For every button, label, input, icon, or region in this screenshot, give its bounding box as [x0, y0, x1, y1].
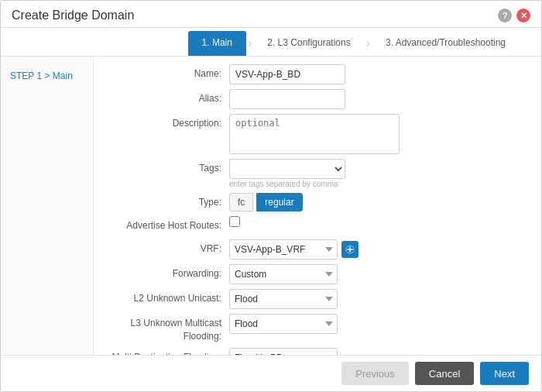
step-sep-2: ›: [366, 36, 370, 50]
advertise-checkbox[interactable]: [229, 216, 240, 227]
step-1-tab[interactable]: 1. Main: [188, 31, 246, 56]
alias-row: Alias:: [101, 89, 526, 109]
previous-button[interactable]: Previous: [341, 362, 409, 385]
modal-header: Create Bridge Domain ? ✕: [1, 1, 541, 28]
name-control: [229, 64, 526, 84]
form-content: Name: Alias: Description:: [94, 57, 541, 355]
advertise-row: Advertise Host Routes:: [101, 216, 526, 235]
create-bridge-domain-modal: Create Bridge Domain ? ✕ 1. Main › 2. L3…: [0, 0, 542, 392]
step-3-tab[interactable]: 3. Advanced/Troubleshooting: [372, 31, 520, 56]
tags-wrapper: enter tags separated by comma: [229, 159, 345, 188]
step-sep-1: ›: [248, 36, 252, 50]
header-icons: ? ✕: [498, 9, 530, 22]
tags-select[interactable]: [229, 159, 345, 179]
help-button[interactable]: ?: [498, 9, 512, 22]
alias-control: [229, 89, 526, 109]
type-control: fc regular: [229, 193, 526, 211]
forwarding-select[interactable]: Custom: [229, 264, 338, 284]
forwarding-control: Custom: [229, 264, 526, 284]
multi-dest-select[interactable]: Flood in BD: [229, 348, 338, 355]
steps-bar: 1. Main › 2. L3 Configurations › 3. Adva…: [1, 28, 541, 57]
description-label: Description:: [101, 114, 229, 130]
type-fc-button[interactable]: fc: [229, 193, 253, 211]
tags-row: Tags: enter tags separated by comma: [101, 159, 526, 188]
add-icon: [345, 245, 355, 254]
l3-multicast-select[interactable]: Flood: [229, 314, 338, 334]
modal-title: Create Bridge Domain: [12, 9, 134, 22]
type-row: Type: fc regular: [101, 193, 526, 211]
close-button[interactable]: ✕: [516, 9, 530, 22]
name-input[interactable]: [229, 64, 345, 84]
modal-footer: Previous Cancel Next: [1, 355, 541, 391]
alias-label: Alias:: [101, 89, 229, 105]
forwarding-label: Forwarding:: [101, 264, 229, 280]
forwarding-row: Forwarding: Custom: [101, 264, 526, 284]
multi-dest-label: Multi Destination Flooding:: [101, 348, 229, 355]
breadcrumb: STEP 1 > Main: [1, 64, 93, 88]
modal-body: STEP 1 > Main Name: Alias: Description:: [1, 57, 541, 355]
step-2-tab[interactable]: 2. L3 Configurations: [253, 31, 364, 56]
description-row: Description:: [101, 114, 526, 154]
advertise-label: Advertise Host Routes:: [101, 216, 229, 232]
l3-multicast-row: L3 Unknown Multicast Flooding: Flood: [101, 314, 526, 343]
l3-multicast-control: Flood: [229, 314, 526, 334]
vrf-add-button[interactable]: [341, 241, 358, 258]
l2-unicast-select[interactable]: Flood: [229, 289, 338, 309]
name-label: Name:: [101, 64, 229, 81]
multi-dest-control: Flood in BD: [229, 348, 526, 355]
sidebar: STEP 1 > Main: [1, 57, 94, 355]
name-row: Name:: [101, 64, 526, 84]
l2-unicast-control: Flood: [229, 289, 526, 309]
cancel-button[interactable]: Cancel: [415, 362, 474, 385]
tags-label: Tags:: [101, 159, 229, 175]
l2-unicast-label: L2 Unknown Unicast:: [101, 289, 229, 305]
steps-container: 1. Main › 2. L3 Configurations › 3. Adva…: [188, 28, 530, 56]
tags-hint: enter tags separated by comma: [229, 180, 345, 188]
description-control: [229, 114, 526, 154]
alias-input[interactable]: [229, 89, 345, 109]
l3-multicast-label: L3 Unknown Multicast Flooding:: [101, 314, 229, 343]
vrf-control: VSV-App-B_VRF: [229, 239, 526, 260]
l2-unicast-row: L2 Unknown Unicast: Flood: [101, 289, 526, 309]
type-regular-button[interactable]: regular: [256, 193, 302, 211]
next-button[interactable]: Next: [480, 362, 529, 385]
tags-control: enter tags separated by comma: [229, 159, 526, 188]
vrf-label: VRF:: [101, 239, 229, 256]
vrf-select[interactable]: VSV-App-B_VRF: [229, 239, 338, 260]
description-input[interactable]: [229, 114, 400, 154]
multi-dest-row: Multi Destination Flooding: Flood in BD: [101, 348, 526, 355]
type-label: Type:: [101, 193, 229, 209]
vrf-row: VRF: VSV-App-B_VRF: [101, 239, 526, 260]
advertise-control: [229, 216, 526, 227]
